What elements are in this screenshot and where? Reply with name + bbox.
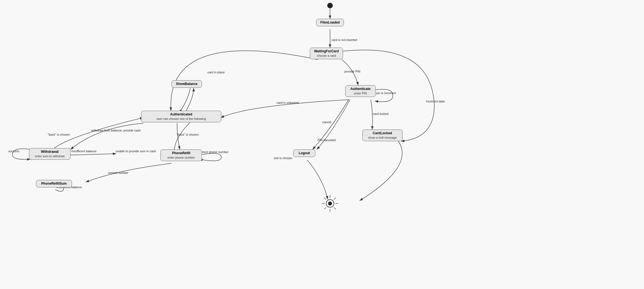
node-phonerefill: PhoneRefill enter phone number (160, 149, 202, 161)
node-authenticated-sub: user can choose one of the following (144, 117, 218, 121)
edge-pin-canceled-logout (317, 100, 350, 149)
label-insufficient-balance: insufficent balance (71, 149, 97, 153)
label-pin-incorrect: pin is incorrect (376, 91, 396, 95)
node-authenticate-sub: enter PIN (348, 91, 373, 96)
label-card-in-place: card in place (207, 71, 225, 74)
node-authenticate-title: Authenticate (348, 87, 373, 91)
node-phonerefillsum-title: PhoneRefillSum (39, 181, 69, 186)
diagram-container: card is not inserted provide PIN pin is … (0, 0, 644, 289)
label-correct-number: correct number (108, 171, 128, 174)
label-unable-cash: unable to provide sum in cash (116, 149, 156, 153)
node-waitingforcard-sub: choose a card (313, 54, 340, 58)
node-filesloaded-title: FilesLoaded (319, 20, 341, 25)
edge-showbalance-auth (179, 88, 190, 113)
node-cardlocked-sub: show a troll message (365, 136, 399, 140)
svg-line-8 (334, 198, 336, 200)
diagram-svg: card is not inserted provide PIN pin is … (0, 0, 644, 289)
node-cardlocked: CardLocked show a troll message (362, 130, 402, 141)
label-card-unlocked: card is unlocked (277, 101, 299, 104)
node-showbalance-title: ShowBalance (175, 82, 199, 86)
label-exit-chosen: exit is chosen (274, 156, 292, 160)
edge-withdrawal-balance (71, 154, 116, 155)
node-authenticated-title: Authenticated (144, 112, 218, 117)
node-logout-title: Logout (296, 151, 312, 156)
label-withdraw-cash: withdraw from balance, provide cash (91, 129, 141, 132)
edge-phone-incorrect (199, 153, 221, 161)
label-provide-pin: provide PIN (344, 70, 360, 73)
label-success: success (8, 149, 19, 153)
edge-auth-cardlocked (371, 100, 373, 130)
edge-logout-end (307, 160, 328, 199)
edge-auth-cancel-logout (313, 100, 349, 149)
node-withdrawal: Withdrawal enter sum to withdraw (29, 148, 71, 160)
svg-line-6 (324, 198, 326, 200)
end-inner-circle (328, 202, 332, 205)
node-waitingforcard: WaitingForCard choose a card (310, 48, 343, 59)
label-card-locked: card locked (373, 112, 388, 115)
node-phonerefill-sub: enter phone number (163, 156, 199, 160)
label-cancel: cancel (322, 120, 331, 124)
node-withdrawal-sub: enter sum to withdraw (32, 154, 67, 158)
node-phonerefill-title: PhoneRefill (163, 151, 199, 156)
edge-phone-sum (86, 163, 172, 182)
node-authenticated: Authenticated user can choose one of the… (141, 111, 221, 122)
node-logout: Logout (293, 149, 315, 157)
start-dot (327, 3, 333, 8)
node-cardlocked-title: CardLocked (365, 131, 399, 136)
node-withdrawal-title: Withdrawal (32, 149, 67, 154)
label-card-not-inserted: card is not inserted (331, 38, 357, 42)
label-pin-canceled: PIN canceled (318, 138, 336, 142)
svg-line-9 (324, 207, 326, 209)
node-authenticate: Authenticate enter PIN (345, 85, 376, 97)
label-withdrawal-back: "back" is chosen (48, 133, 70, 136)
edge-auth-phonerefill (177, 123, 180, 149)
label-incorrect-data: Incorrect data (426, 100, 445, 103)
svg-line-7 (334, 207, 336, 209)
node-phonerefillsum: PhoneRefillSum (36, 180, 72, 187)
node-showbalance: ShowBalance (172, 80, 202, 88)
node-waitingforcard-title: WaitingForCard (313, 49, 340, 54)
edge-cardlocked-end (360, 141, 402, 201)
label-phonerefill-back: "back" is chosen (176, 133, 199, 136)
node-filesloaded: FilesLoaded (316, 19, 344, 26)
